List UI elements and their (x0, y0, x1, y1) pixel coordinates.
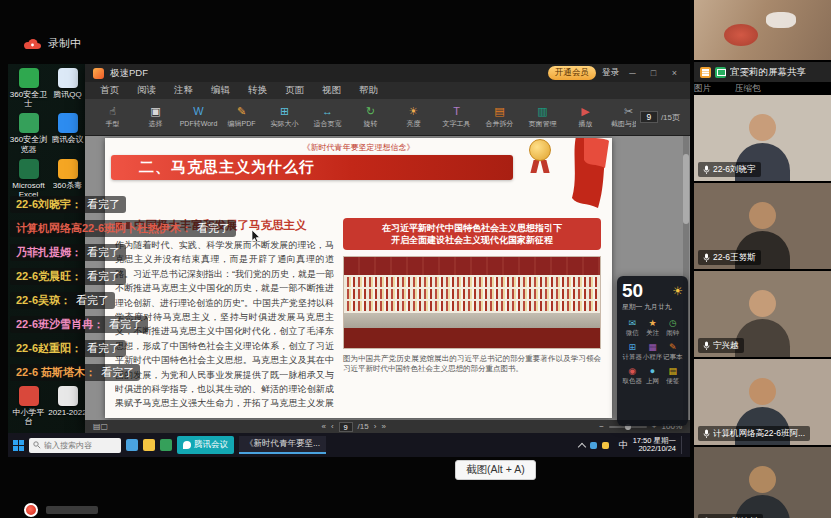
panel-toggle-icon[interactable]: ▤ (93, 422, 101, 431)
minimize-button[interactable]: ─ (625, 68, 640, 78)
participant-tile[interactable]: 22-6王努斯 (694, 183, 831, 269)
toolbar-button[interactable]: ✎ 编辑PDF (220, 105, 263, 129)
pdf-titlebar[interactable]: 极速PDF 开通会员 登录 ─ □ × (85, 64, 690, 82)
widget-tool[interactable]: ● 上网 (642, 366, 662, 386)
scrollbar-thumb[interactable] (683, 154, 689, 224)
widget-tool[interactable]: ◉ 取色器 (622, 366, 642, 386)
tray-app-icon[interactable] (602, 442, 609, 449)
desktop-icon[interactable]: 腾讯QQ (48, 68, 87, 108)
taskbar-clock[interactable]: 17:50 星期一 2022/10/24 (633, 437, 676, 454)
show-desktop-button[interactable] (681, 436, 685, 454)
widget-tool[interactable]: ⊞ 计算器 (622, 342, 642, 362)
widget-tool[interactable]: ✎ 记事本 (663, 342, 683, 362)
ribbon-tab[interactable]: 视图 (313, 82, 350, 99)
desktop-icon[interactable]: 360杀毒 (48, 159, 87, 201)
pdf-toolbar: ☝ 手型 ▣ 选择 W PDF转Word (85, 99, 690, 136)
toolbar-button-label: 实际大小 (271, 119, 299, 129)
desktop-icon[interactable]: 360安全浏览器 (9, 113, 48, 153)
ribbon-tab[interactable]: 帮助 (350, 82, 387, 99)
widget-tool-label: 微信 (626, 329, 639, 338)
participant-name: 宁兴越 (713, 340, 739, 352)
widget-tool[interactable]: ✉ 微信 (622, 318, 642, 338)
ribbon-tab[interactable]: 页面 (276, 82, 313, 99)
toolbar-button-label: 手型 (106, 119, 120, 129)
file-type-label[interactable]: 压缩包 (735, 83, 761, 95)
partial-app-icon[interactable] (24, 503, 38, 517)
ribbon-tab[interactable]: 注释 (165, 82, 202, 99)
input-method-indicator-cn[interactable]: 中 (619, 439, 628, 452)
taskbar-search[interactable]: 输入搜索内容 (29, 438, 121, 453)
toolbar-button[interactable]: ▶ 播放 (564, 105, 607, 129)
desktop-icon[interactable]: 腾讯会议 (48, 113, 87, 153)
toolbar-button[interactable]: ▥ 页面管理 (521, 105, 564, 129)
widget-tool[interactable]: ◷ 闹钟 (663, 318, 683, 338)
close-button[interactable]: × (667, 68, 682, 78)
toolbar-button[interactable]: ☀ 亮度 (392, 105, 435, 129)
start-button[interactable] (13, 440, 24, 451)
ribbon-tab[interactable]: 编辑 (202, 82, 239, 99)
page-input[interactable]: 9 (640, 111, 658, 123)
participant-name: 22-6王努斯 (713, 252, 756, 264)
toolbar-button[interactable]: ▣ 选择 (134, 105, 177, 129)
desktop-icon[interactable]: Microsoft Excel 2010 (9, 159, 48, 201)
photo-bookshelf-row (344, 275, 600, 287)
toolbar-button-icon: ↻ (366, 105, 375, 118)
toolbar-button-icon: ▶ (581, 105, 589, 118)
zoom-out-button[interactable]: − (599, 422, 604, 431)
toolbar-button[interactable]: ✂ 截图与提取 (607, 105, 636, 129)
participant-tile[interactable]: 22-6刘晓宇 (694, 95, 831, 181)
taskbar-app-icon[interactable] (160, 439, 172, 451)
desktop-icon[interactable]: 360安全卫士 (9, 68, 48, 108)
next-page-button[interactable]: › (374, 422, 377, 431)
taskbar-meeting-button[interactable]: 腾讯会议 (177, 436, 234, 454)
last-page-button[interactable]: » (381, 422, 385, 431)
toolbar-button-icon: ✂ (624, 105, 633, 118)
toolbar-button-icon: ▣ (150, 105, 160, 118)
mic-icon (703, 253, 710, 263)
desktop-icon[interactable]: 2021-2022 (48, 386, 87, 426)
taskbar-folder-icon[interactable] (143, 439, 155, 451)
medal-emblem (529, 139, 551, 161)
partial-app-text (46, 506, 98, 514)
toolbar-button[interactable]: T 文字工具 (435, 105, 478, 129)
toolbar-button[interactable]: ↔ 适合页宽 (306, 105, 349, 129)
widget-tool-label: 上网 (646, 377, 659, 386)
toolbar-button[interactable]: ↻ 旋转 (349, 105, 392, 129)
prev-page-button[interactable]: ‹ (331, 422, 334, 431)
desktop-icon-label: 中小学平台 (9, 408, 48, 426)
widget-tool[interactable]: ▤ 便签 (663, 366, 683, 386)
toolbar-button[interactable]: ⊞ 实际大小 (263, 105, 306, 129)
tray-app-icon[interactable] (590, 442, 597, 449)
taskbar-document-button[interactable]: 《新时代青年要坚... (239, 436, 326, 454)
toolbar-button[interactable]: ▤ 合并拆分 (478, 105, 521, 129)
share-bar-label: 宜雯莉的屏幕共享 (730, 66, 806, 79)
toolbar-button[interactable]: W PDF转Word (177, 105, 220, 129)
participant-tile[interactable]: 22 -6张涛川 (694, 447, 831, 518)
vip-button[interactable]: 开通会员 (548, 66, 596, 80)
maximize-button[interactable]: □ (646, 68, 661, 78)
participant-tile-partial[interactable] (694, 0, 831, 60)
participant-name: 计算机网络高22-6班阿... (713, 428, 805, 440)
widget-tool[interactable]: ★ 关注 (642, 318, 662, 338)
login-button[interactable]: 登录 (602, 67, 619, 79)
participant-tile[interactable]: 宁兴越 (694, 271, 831, 357)
widget-tool[interactable]: ▦ 小程序 (642, 342, 662, 362)
tray-expand-icon[interactable] (577, 442, 585, 450)
participant-head (749, 466, 776, 493)
ribbon-tab[interactable]: 阅读 (128, 82, 165, 99)
toolbar-button[interactable]: ☝ 手型 (91, 105, 134, 129)
taskbar-app-icon[interactable] (126, 439, 138, 451)
panel-toggle-icon[interactable]: ▢ (101, 422, 109, 431)
screen-share-banner[interactable]: 宜雯莉的屏幕共享 (694, 62, 831, 82)
meeting-window: 录制中 360安全卫士 腾讯QQ (0, 0, 831, 518)
recording-indicator[interactable]: 录制中 (22, 36, 81, 51)
desktop-widget-panel[interactable]: 50 ☀ 星期一 九月廿九 ✉ 微信 ★ 关注 (617, 276, 688, 426)
chat-text: 看完了 (197, 222, 230, 234)
ribbon-tab[interactable]: 转换 (239, 82, 276, 99)
status-page-input[interactable]: 9 (339, 422, 353, 432)
desktop-icon[interactable]: 中小学平台 (9, 386, 48, 426)
participant-tile[interactable]: 计算机网络高22-6班阿... (694, 359, 831, 445)
file-type-label[interactable]: 图片 (694, 83, 711, 95)
ribbon-tab[interactable]: 首页 (91, 82, 128, 99)
first-page-button[interactable]: « (321, 422, 325, 431)
